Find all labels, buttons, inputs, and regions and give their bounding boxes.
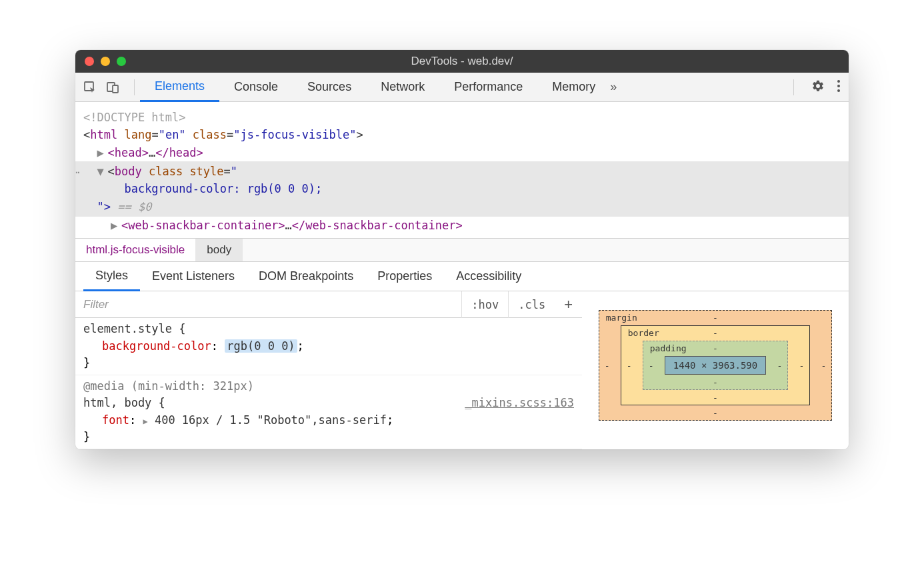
cls-toggle[interactable]: .cls (508, 291, 555, 318)
sidebar-tabs: Styles Event Listeners DOM Breakpoints P… (75, 262, 849, 291)
styles-filterbar: :hov .cls + (75, 291, 582, 318)
doctype: <!DOCTYPE html> (83, 111, 186, 124)
box-content[interactable]: 1440 × 3963.590 (665, 356, 766, 375)
more-icon[interactable] (837, 79, 841, 95)
subtab-properties[interactable]: Properties (365, 262, 444, 291)
source-link[interactable]: _mixins.scss:163 (465, 395, 574, 412)
subtab-accessibility[interactable]: Accessibility (444, 262, 533, 291)
crumb-html[interactable]: html.js-focus-visible (75, 239, 196, 261)
divider (793, 79, 794, 95)
tab-performance[interactable]: Performance (439, 73, 537, 102)
box-margin[interactable]: margin - - - - border - - - - padding - (599, 310, 832, 421)
snackbar-element[interactable]: ▶<web-snackbar-container>…</web-snackbar… (83, 217, 841, 234)
window-title: DevTools - web.dev/ (75, 55, 849, 68)
html-element[interactable]: <html lang="en" class="js-focus-visible"… (83, 126, 841, 143)
dom-tree[interactable]: <!DOCTYPE html> <html lang="en" class="j… (75, 102, 849, 238)
tab-console[interactable]: Console (219, 73, 293, 102)
tab-sources[interactable]: Sources (293, 73, 366, 102)
titlebar: DevTools - web.dev/ (75, 50, 849, 73)
settings-icon[interactable] (811, 79, 825, 95)
window-controls (85, 57, 126, 66)
styles-panel: :hov .cls + element.style { background-c… (75, 291, 849, 449)
crumb-body[interactable]: body (196, 239, 243, 261)
box-model: margin - - - - border - - - - padding - (582, 291, 849, 449)
tab-network[interactable]: Network (366, 73, 439, 102)
subtab-event-listeners[interactable]: Event Listeners (140, 262, 247, 291)
close-window-button[interactable] (85, 57, 94, 66)
head-element[interactable]: ▶<head>…</head> (83, 144, 841, 161)
svg-point-3 (837, 80, 840, 83)
divider (134, 79, 135, 95)
minimize-window-button[interactable] (101, 57, 110, 66)
svg-rect-2 (113, 85, 118, 93)
main-toolbar: Elements Console Sources Network Perform… (75, 73, 849, 102)
body-element-selected[interactable]: ⋯ ▼<body class style=" background-color:… (75, 161, 849, 217)
style-rules: element.style { background-color: rgb(0 … (75, 318, 582, 449)
breadcrumb: html.js-focus-visible body (75, 238, 849, 262)
new-style-rule-button[interactable]: + (555, 296, 582, 313)
styles-filter-input[interactable] (83, 298, 461, 311)
device-toggle-icon[interactable] (106, 81, 119, 94)
tabs-overflow-button[interactable]: » (610, 80, 617, 94)
rule-element-style[interactable]: element.style { background-color: rgb(0 … (75, 318, 582, 375)
tab-elements[interactable]: Elements (140, 73, 219, 102)
box-border[interactable]: border - - - - padding - - - - 1440 × 39… (621, 325, 810, 405)
hov-toggle[interactable]: :hov (461, 291, 508, 318)
subtab-styles[interactable]: Styles (83, 262, 140, 291)
subtab-dom-breakpoints[interactable]: DOM Breakpoints (247, 262, 365, 291)
maximize-window-button[interactable] (117, 57, 126, 66)
tab-memory[interactable]: Memory (537, 73, 610, 102)
rule-html-body[interactable]: @media (min-width: 321px) html, body {_m… (75, 375, 582, 449)
inspect-icon[interactable] (83, 81, 97, 94)
devtools-window: DevTools - web.dev/ Elements Console Sou… (75, 50, 849, 449)
box-padding[interactable]: padding - - - - 1440 × 3963.590 (643, 341, 788, 390)
svg-point-5 (837, 89, 840, 92)
panel-tabs: Elements Console Sources Network Perform… (140, 73, 617, 102)
svg-point-4 (837, 85, 840, 87)
